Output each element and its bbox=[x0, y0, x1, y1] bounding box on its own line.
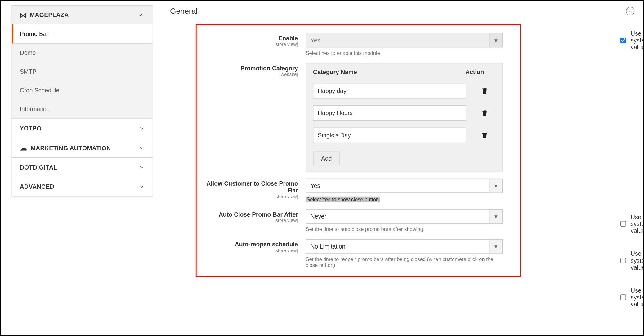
sidebar-group-label: YOTPO bbox=[20, 125, 42, 132]
field-scope: [store view] bbox=[197, 248, 298, 253]
field-label-auto-close: Auto Close Promo Bar After bbox=[219, 211, 298, 218]
delete-row-button[interactable] bbox=[474, 109, 495, 117]
use-system-allow-close[interactable]: Use system value bbox=[619, 214, 644, 234]
column-header-action: Action bbox=[465, 69, 495, 75]
caret-down-icon: ▾ bbox=[490, 240, 502, 253]
use-system-checkbox[interactable] bbox=[620, 220, 626, 227]
field-scope: [store view] bbox=[197, 218, 298, 223]
field-label-allow-close: Allow Customer to Close Promo Bar bbox=[207, 180, 298, 194]
trash-icon bbox=[481, 131, 489, 139]
use-system-checkbox[interactable] bbox=[620, 257, 626, 264]
select-value: Yes bbox=[311, 37, 320, 44]
chevron-down-icon bbox=[139, 164, 145, 170]
column-header-name: Category Name bbox=[313, 69, 465, 75]
caret-down-icon: ▾ bbox=[490, 179, 502, 192]
category-name-input[interactable] bbox=[313, 127, 466, 143]
highlight-region: Enable [store view] Yes ▾ Select Yes to … bbox=[196, 24, 521, 277]
enable-select: Yes ▾ bbox=[306, 33, 503, 48]
chevron-down-icon bbox=[139, 126, 145, 131]
use-system-checkbox[interactable] bbox=[620, 37, 626, 44]
field-note: Set the time to auto close promo bars af… bbox=[306, 226, 503, 232]
sidebar-group-label: DOTDIGITAL bbox=[20, 164, 57, 171]
use-system-label: Use system value bbox=[631, 287, 644, 307]
sidebar-item-demo[interactable]: Demo bbox=[12, 43, 153, 62]
mageplaza-icon: ⋈ bbox=[20, 12, 26, 18]
use-system-label: Use system value bbox=[631, 214, 644, 234]
use-system-auto-reopen[interactable]: Use system value bbox=[619, 287, 644, 307]
main-panel: General Use system value Use system valu… bbox=[153, 1, 644, 336]
sidebar-item-promo-bar[interactable]: Promo Bar bbox=[12, 24, 153, 44]
field-note: Set the time to reopen promo bars after … bbox=[306, 256, 503, 268]
caret-down-icon: ▾ bbox=[490, 33, 502, 47]
allow-close-select[interactable]: Yes ▾ bbox=[306, 179, 503, 193]
category-name-input[interactable] bbox=[313, 83, 466, 99]
auto-reopen-select[interactable]: No Limitation ▾ bbox=[306, 239, 503, 254]
use-system-label: Use system value bbox=[631, 30, 644, 51]
field-scope: [store view] bbox=[197, 194, 298, 199]
sidebar-group-yotpo[interactable]: YOTPO bbox=[12, 119, 153, 138]
chevron-down-icon bbox=[139, 145, 145, 151]
trash-icon bbox=[481, 87, 489, 95]
field-note: Select Yes to show close button bbox=[306, 197, 380, 202]
category-name-input[interactable] bbox=[313, 105, 466, 121]
caret-down-icon: ▾ bbox=[490, 210, 502, 223]
chevron-down-icon bbox=[139, 183, 145, 189]
sidebar-item-cron-schedule[interactable]: Cron Schedule bbox=[12, 81, 153, 100]
collapse-section-button[interactable] bbox=[626, 7, 635, 15]
field-label-promotion-category: Promotion Category bbox=[240, 65, 298, 72]
sidebar-group-advanced[interactable]: ADVANCED bbox=[12, 177, 153, 196]
select-value: Never bbox=[311, 213, 327, 220]
promotion-category-table: Category Name Action bbox=[306, 63, 503, 172]
delete-row-button[interactable] bbox=[474, 131, 495, 139]
sidebar-group-label: MAGEPLAZA bbox=[30, 12, 69, 19]
chevron-up-icon bbox=[139, 12, 145, 18]
use-system-enable[interactable]: Use system value bbox=[619, 30, 644, 51]
auto-close-select[interactable]: Never ▾ bbox=[306, 209, 503, 224]
field-label-auto-reopen: Auto-reopen schedule bbox=[235, 241, 298, 248]
field-scope: [website] bbox=[197, 72, 298, 77]
field-label-enable: Enable bbox=[278, 35, 298, 42]
add-category-button[interactable]: Add bbox=[313, 152, 340, 165]
use-system-label: Use system value bbox=[631, 250, 644, 271]
sidebar-sublist: Promo Bar Demo SMTP Cron Schedule Inform… bbox=[12, 24, 153, 119]
trash-icon bbox=[481, 109, 489, 117]
sidebar-group-mageplaza[interactable]: ⋈ MAGEPLAZA bbox=[12, 6, 153, 24]
use-system-checkbox[interactable] bbox=[620, 294, 626, 301]
sidebar-item-information[interactable]: Information bbox=[12, 100, 153, 119]
sidebar-group-label: ADVANCED bbox=[20, 183, 54, 190]
select-value: Yes bbox=[311, 182, 320, 189]
sidebar: ⋈ MAGEPLAZA Promo Bar Demo SMTP Cron Sch… bbox=[1, 1, 153, 336]
sidebar-group-marketing-automation[interactable]: ☁ MARKETING AUTOMATION bbox=[12, 138, 153, 157]
sidebar-group-label: MARKETING AUTOMATION bbox=[31, 144, 111, 151]
cloud-icon: ☁ bbox=[20, 144, 27, 151]
select-value: No Limitation bbox=[311, 243, 346, 250]
sidebar-item-smtp[interactable]: SMTP bbox=[12, 62, 153, 81]
use-system-auto-close[interactable]: Use system value bbox=[619, 250, 644, 271]
field-scope: [store view] bbox=[197, 42, 298, 47]
delete-row-button[interactable] bbox=[474, 87, 495, 95]
section-title: General bbox=[170, 7, 632, 16]
sidebar-group-dotdigital[interactable]: DOTDIGITAL bbox=[12, 158, 153, 177]
field-note: Select Yes to enable this module bbox=[306, 50, 503, 56]
